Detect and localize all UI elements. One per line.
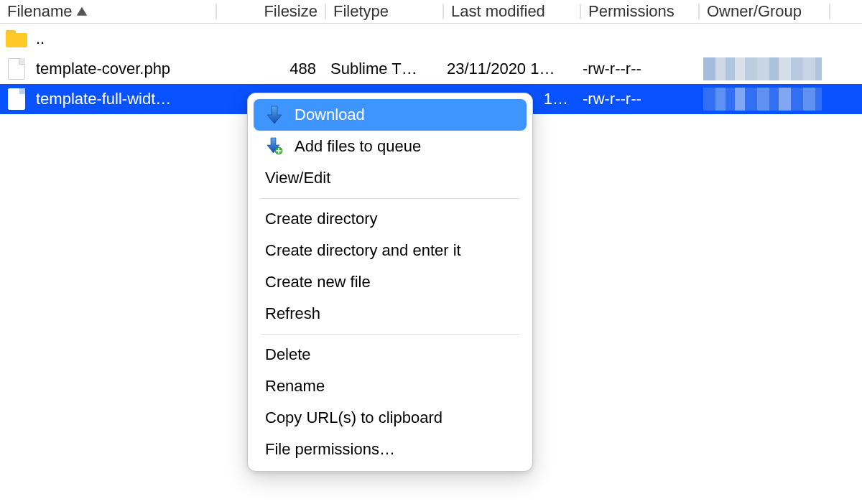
- column-header-row: Filename Filesize Filetype Last modified…: [0, 0, 862, 24]
- menu-delete-label: Delete: [265, 345, 311, 364]
- menu-create-file[interactable]: Create new file: [254, 266, 527, 298]
- menu-copy-url-label: Copy URL(s) to clipboard: [265, 409, 442, 427]
- menu-file-permissions-label: File permissions…: [265, 440, 395, 459]
- menu-refresh-label: Refresh: [265, 304, 320, 323]
- file-permissions: -rw-r--r--: [575, 60, 692, 78]
- column-header-filesize-label: Filesize: [264, 2, 318, 21]
- context-menu: Download Add files to queue View/Edit Cr…: [247, 93, 533, 472]
- menu-create-file-label: Create new file: [265, 273, 371, 291]
- file-icon: [8, 88, 25, 110]
- column-header-ownergroup-label: Owner/Group: [707, 2, 802, 21]
- menu-copy-url[interactable]: Copy URL(s) to clipboard: [254, 402, 527, 434]
- menu-create-directory[interactable]: Create directory: [254, 203, 527, 235]
- menu-add-to-queue-label: Add files to queue: [295, 137, 421, 156]
- file-owner: [692, 88, 822, 111]
- menu-view-edit[interactable]: View/Edit: [254, 162, 527, 194]
- menu-rename[interactable]: Rename: [254, 370, 527, 402]
- file-name: template-full-widt…: [36, 90, 171, 108]
- column-header-filesize[interactable]: Filesize: [217, 0, 325, 23]
- column-header-permissions[interactable]: Permissions: [581, 0, 698, 23]
- parent-directory-row[interactable]: ..: [0, 24, 862, 54]
- column-separator[interactable]: [829, 4, 830, 19]
- file-lastmodified: 23/11/2020 1…: [440, 60, 575, 78]
- menu-separator: [261, 198, 519, 199]
- menu-rename-label: Rename: [265, 377, 325, 396]
- download-queue-icon: [265, 137, 284, 156]
- menu-create-directory-enter[interactable]: Create directory and enter it: [254, 235, 527, 266]
- sort-ascending-icon: [76, 7, 88, 16]
- menu-download-label: Download: [295, 106, 365, 124]
- menu-view-edit-label: View/Edit: [265, 169, 330, 187]
- menu-create-directory-enter-label: Create directory and enter it: [265, 241, 461, 260]
- file-permissions: -rw-r--r--: [575, 90, 692, 108]
- folder-icon: [6, 30, 27, 47]
- redacted-owner-icon: [703, 88, 822, 111]
- column-header-ownergroup[interactable]: Owner/Group: [700, 0, 829, 23]
- parent-directory-name: ..: [36, 29, 45, 48]
- menu-add-to-queue[interactable]: Add files to queue: [254, 131, 527, 162]
- menu-separator: [261, 334, 519, 335]
- menu-download[interactable]: Download: [254, 99, 527, 131]
- column-header-filename-label: Filename: [7, 2, 72, 21]
- menu-delete[interactable]: Delete: [254, 339, 527, 370]
- column-header-lastmodified[interactable]: Last modified: [444, 0, 580, 23]
- column-header-filetype[interactable]: Filetype: [326, 0, 442, 23]
- file-type: Sublime T…: [323, 60, 440, 78]
- column-header-lastmodified-label: Last modified: [451, 2, 545, 21]
- file-size: 488: [216, 60, 323, 78]
- menu-create-directory-label: Create directory: [265, 210, 378, 228]
- redacted-owner-icon: [703, 57, 822, 80]
- column-header-filename[interactable]: Filename: [0, 0, 216, 23]
- file-row[interactable]: template-cover.php 488 Sublime T… 23/11/…: [0, 54, 862, 84]
- menu-file-permissions[interactable]: File permissions…: [254, 434, 527, 465]
- column-header-filetype-label: Filetype: [333, 2, 389, 21]
- file-icon: [8, 58, 25, 80]
- file-owner: [692, 57, 822, 80]
- menu-refresh[interactable]: Refresh: [254, 298, 527, 330]
- file-name: template-cover.php: [36, 60, 170, 78]
- download-icon: [265, 106, 284, 124]
- column-header-permissions-label: Permissions: [588, 2, 675, 21]
